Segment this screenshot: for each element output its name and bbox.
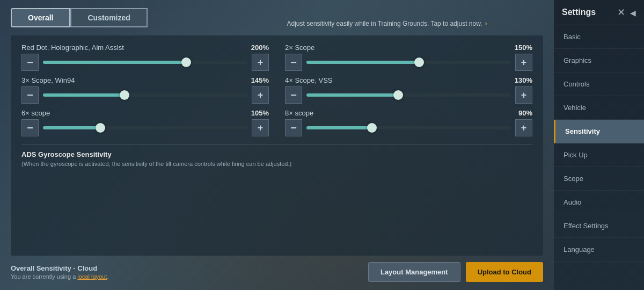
slider-8x-scope: 8× scope 90% − + (285, 109, 532, 136)
sidebar-item-sensitivity[interactable]: Sensitivity (554, 120, 644, 143)
slider-4x-scope: 4× Scope, VSS 130% − + (285, 76, 532, 104)
sensitivity-cloud-subtitle: You are currently using a local layout. (11, 273, 108, 280)
slider-3x-minus[interactable]: − (21, 86, 39, 104)
slider-red-dot-label: Red Dot, Holographic, Aim Assist (21, 44, 124, 52)
sidebar-header: Settings ✕ ◀ (554, 0, 644, 25)
back-icon[interactable]: ◀ (630, 9, 636, 17)
training-notice-arrow: › (485, 20, 487, 27)
slider-3x-value: 145% (251, 76, 269, 84)
sidebar-item-basic[interactable]: Basic (554, 25, 644, 49)
slider-2x-plus[interactable]: + (515, 54, 532, 71)
sidebar-title: Settings (562, 8, 596, 17)
ads-description: (When the gyroscope is activated, the se… (21, 161, 532, 167)
sidebar-item-graphics[interactable]: Graphics (554, 49, 644, 73)
slider-red-dot-minus[interactable]: − (21, 54, 39, 71)
sidebar-item-controls[interactable]: Controls (554, 73, 644, 96)
slider-8x-track[interactable] (306, 126, 511, 129)
slider-red-dot: Red Dot, Holographic, Aim Assist 200% − … (21, 44, 269, 71)
slider-6x-scope: 6× scope 105% − + (21, 109, 269, 136)
slider-2x-value: 150% (515, 44, 532, 52)
bottom-buttons: Layout Management Upload to Cloud (368, 262, 543, 282)
ads-title: ADS Gyroscope Sensitivity (21, 150, 532, 158)
slider-2x-scope: 2× Scope 150% − + (285, 44, 532, 71)
slider-red-dot-plus[interactable]: + (252, 54, 269, 71)
slider-2x-label: 2× Scope (285, 44, 314, 52)
slider-6x-label: 6× scope (21, 109, 50, 117)
slider-3x-scope: 3× Scope, Win94 145% − + (21, 76, 269, 104)
slider-4x-minus[interactable]: − (285, 86, 302, 104)
sidebar-item-scope[interactable]: Scope (554, 167, 644, 191)
slider-3x-label: 3× Scope, Win94 (21, 76, 75, 84)
tab-customized[interactable]: Customized (70, 8, 147, 27)
sensitivity-info: Overall Sensitivity - Cloud You are curr… (11, 264, 108, 280)
sidebar-item-pickup[interactable]: Pick Up (554, 143, 644, 167)
local-layout-link[interactable]: local layout (77, 273, 107, 280)
slider-4x-track[interactable] (306, 93, 511, 97)
slider-2x-track[interactable] (306, 61, 511, 64)
bottom-bar: Overall Sensitivity - Cloud You are curr… (11, 262, 543, 282)
sidebar-item-audio[interactable]: Audio (554, 191, 644, 214)
sidebar: Settings ✕ ◀ Basic Graphics Controls Veh… (554, 0, 644, 290)
slider-red-dot-track[interactable] (43, 61, 247, 64)
sliders-grid: Red Dot, Holographic, Aim Assist 200% − … (21, 44, 532, 136)
sidebar-item-language[interactable]: Language (554, 238, 644, 262)
slider-4x-plus[interactable]: + (515, 86, 532, 104)
slider-red-dot-value: 200% (251, 44, 269, 52)
close-icon[interactable]: ✕ (617, 7, 625, 18)
tabs-container: Overall Customized Adjust sensitivity ea… (11, 8, 543, 27)
slider-8x-minus[interactable]: − (285, 119, 302, 136)
slider-6x-minus[interactable]: − (21, 119, 39, 136)
layout-management-button[interactable]: Layout Management (368, 262, 460, 282)
upload-to-cloud-button[interactable]: Upload to Cloud (466, 262, 543, 282)
tab-overall[interactable]: Overall (11, 8, 70, 27)
sidebar-item-effect-settings[interactable]: Effect Settings (554, 214, 644, 238)
slider-3x-track[interactable] (43, 93, 247, 97)
slider-6x-plus[interactable]: + (252, 119, 269, 136)
slider-8x-label: 8× scope (285, 109, 313, 117)
training-notice[interactable]: Adjust sensitivity easily while in Train… (236, 20, 538, 27)
slider-4x-label: 4× Scope, VSS (285, 76, 333, 84)
settings-panel: Red Dot, Holographic, Aim Assist 200% − … (11, 35, 543, 256)
main-content: Overall Customized Adjust sensitivity ea… (0, 0, 554, 290)
ads-section: ADS Gyroscope Sensitivity (When the gyro… (21, 144, 532, 167)
slider-2x-minus[interactable]: − (285, 54, 302, 71)
sidebar-item-vehicle[interactable]: Vehicle (554, 96, 644, 120)
sensitivity-cloud-title: Overall Sensitivity - Cloud (11, 264, 108, 272)
slider-8x-value: 90% (518, 109, 532, 117)
slider-4x-value: 130% (515, 76, 532, 84)
sidebar-items: Basic Graphics Controls Vehicle Sensitiv… (554, 25, 644, 290)
slider-8x-plus[interactable]: + (515, 119, 532, 136)
slider-6x-track[interactable] (43, 126, 247, 129)
slider-3x-plus[interactable]: + (252, 86, 269, 104)
slider-6x-value: 105% (251, 109, 269, 117)
